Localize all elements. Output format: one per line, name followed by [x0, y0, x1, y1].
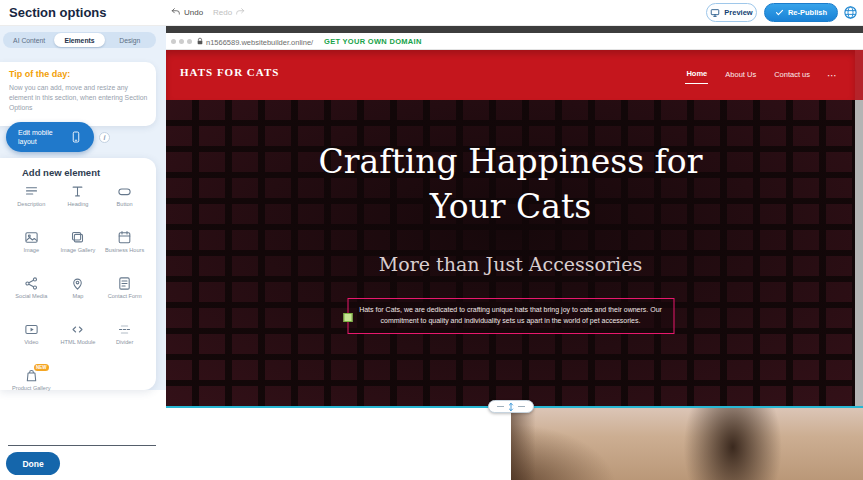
- hero-text-box[interactable]: Hats for Cats, we are dedicated to craft…: [347, 298, 674, 334]
- redo-icon: [235, 7, 245, 17]
- site-nav: Home About Us Contact us ⋯: [685, 50, 837, 100]
- nav-more-button[interactable]: ⋯: [827, 70, 837, 81]
- element-image[interactable]: Image: [8, 230, 55, 267]
- element-social-media[interactable]: Social Media: [8, 276, 55, 313]
- hero-subtitle[interactable]: More than Just Accessories: [311, 253, 711, 275]
- nav-about-us[interactable]: About Us: [724, 67, 757, 84]
- tab-elements[interactable]: Elements: [54, 33, 104, 47]
- element-product-gallery[interactable]: NEW Product Gallery: [8, 368, 55, 405]
- edit-mobile-layout-button[interactable]: Edit mobile layout: [6, 122, 94, 152]
- tip-of-the-day-card: Tip of the day: Now you can add, move an…: [0, 62, 156, 126]
- site-preview: HATS FOR CATS Home About Us Contact us ⋯…: [166, 50, 855, 406]
- button-icon: [117, 184, 132, 199]
- edit-mobile-label: Edit mobile layout: [18, 128, 64, 146]
- tip-body: Now you can add, move and resize any ele…: [9, 83, 149, 114]
- add-element-panel: Add new element Description Heading Butt…: [0, 158, 156, 390]
- add-element-title: Add new element: [22, 167, 100, 178]
- sidebar-tabs: AI Content Elements Design: [3, 32, 156, 48]
- phone-icon: [70, 129, 82, 145]
- cat-photo: [511, 407, 863, 480]
- redo-label: Redo: [213, 8, 232, 17]
- element-image-gallery[interactable]: Image Gallery: [55, 230, 102, 267]
- check-icon: [775, 8, 784, 17]
- image-icon: [24, 230, 39, 245]
- divider-icon: [117, 322, 132, 337]
- done-button[interactable]: Done: [6, 452, 60, 475]
- social-media-icon: [24, 276, 39, 291]
- hero-body-text: Hats for Cats, we are dedicated to craft…: [359, 306, 662, 324]
- element-resize-handle[interactable]: [343, 313, 352, 322]
- undo-icon: [171, 7, 181, 17]
- browser-dot: [171, 39, 176, 44]
- contact-form-icon: [117, 276, 132, 291]
- browser-dot: [187, 39, 192, 44]
- element-heading[interactable]: Heading: [55, 184, 102, 221]
- element-video[interactable]: Video: [8, 322, 55, 359]
- image-gallery-icon: [70, 230, 85, 245]
- browser-dot: [179, 39, 184, 44]
- dash: [497, 406, 504, 407]
- element-contact-form[interactable]: Contact Form: [101, 276, 148, 313]
- element-grid: Description Heading Button Image Image G…: [8, 184, 148, 405]
- element-html-module[interactable]: HTML Module: [55, 322, 102, 359]
- preview-label: Preview: [724, 8, 752, 17]
- new-badge: NEW: [34, 364, 49, 371]
- preview-button[interactable]: Preview: [706, 3, 757, 22]
- element-divider[interactable]: Divider: [101, 322, 148, 359]
- hero-section: Crafting Happiness for Your Cats More th…: [166, 100, 855, 406]
- republish-label: Re-Publish: [788, 8, 827, 17]
- sidebar-divider: [8, 445, 156, 446]
- undo-button[interactable]: Undo: [171, 7, 203, 17]
- republish-button[interactable]: Re-Publish: [764, 3, 838, 22]
- lock-icon: [196, 37, 204, 46]
- nav-home[interactable]: Home: [685, 66, 708, 84]
- heading-icon: [70, 184, 85, 199]
- element-description[interactable]: Description: [8, 184, 55, 221]
- info-icon[interactable]: i: [99, 132, 110, 143]
- get-domain-link[interactable]: GET YOUR OWN DOMAIN: [324, 37, 422, 46]
- element-business-hours[interactable]: Business Hours: [101, 230, 148, 267]
- preview-area: n1566589.websitebuilder.online/ GET YOUR…: [166, 26, 863, 480]
- code-icon: [70, 322, 85, 337]
- undo-label: Undo: [184, 8, 203, 17]
- scrollbar-thumb[interactable]: [855, 50, 863, 100]
- sidebar: AI Content Elements Design Tip of the da…: [0, 26, 166, 480]
- site-logo[interactable]: HATS FOR CATS: [180, 66, 279, 78]
- tab-ai-content[interactable]: AI Content: [4, 33, 54, 47]
- tab-design[interactable]: Design: [105, 33, 155, 47]
- site-header: HATS FOR CATS Home About Us Contact us ⋯: [166, 50, 855, 100]
- tip-title: Tip of the day:: [9, 69, 70, 79]
- top-bar: Section options Undo Redo Preview Re-Pub…: [0, 0, 863, 26]
- element-button[interactable]: Button: [101, 184, 148, 221]
- business-hours-icon: [117, 230, 132, 245]
- site-url: n1566589.websitebuilder.online/: [206, 38, 313, 47]
- element-map[interactable]: Map: [55, 276, 102, 313]
- description-icon: [24, 184, 39, 199]
- video-icon: [24, 322, 39, 337]
- up-down-arrows-icon: [507, 402, 515, 412]
- monitor-icon: [710, 8, 720, 18]
- page-title: Section options: [9, 5, 107, 20]
- dash: [518, 406, 525, 407]
- preview-top-strip: [166, 26, 863, 33]
- preview-scrollbar[interactable]: [855, 50, 863, 406]
- browser-bar: n1566589.websitebuilder.online/ GET YOUR…: [166, 33, 863, 50]
- next-section: [166, 407, 863, 480]
- app-window: Section options Undo Redo Preview Re-Pub…: [0, 0, 863, 480]
- globe-icon[interactable]: [843, 5, 858, 20]
- section-resize-handle[interactable]: [488, 400, 534, 413]
- redo-button[interactable]: Redo: [213, 7, 245, 17]
- nav-contact-us[interactable]: Contact us: [773, 67, 811, 84]
- hero-headline[interactable]: Crafting Happiness for Your Cats: [311, 140, 711, 229]
- map-pin-icon: [70, 276, 85, 291]
